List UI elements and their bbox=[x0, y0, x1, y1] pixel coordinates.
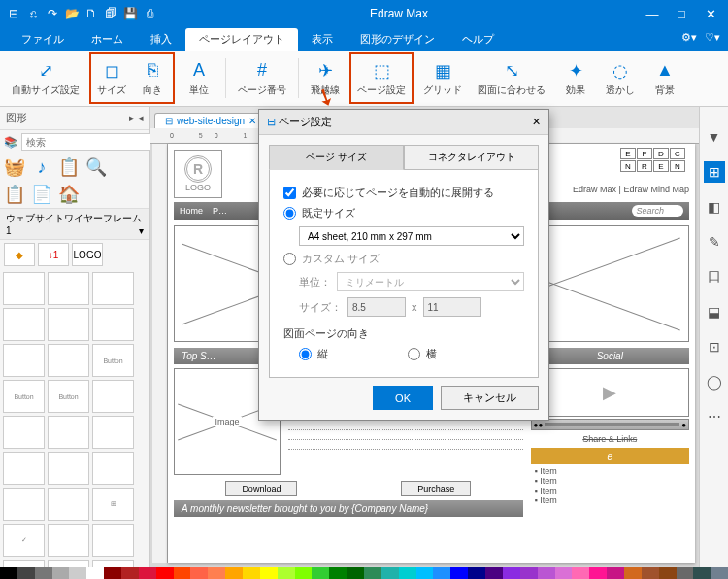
tool-zoom-icon[interactable]: 🔍 bbox=[85, 156, 107, 178]
gallery-shape[interactable] bbox=[3, 488, 45, 521]
gallery-shape[interactable]: ⊞ bbox=[92, 488, 134, 521]
tool-list-icon[interactable]: 📋 bbox=[4, 184, 25, 205]
favorite-icon[interactable]: ♡▾ bbox=[705, 31, 720, 44]
menu-file[interactable]: ファイル bbox=[8, 28, 78, 51]
color-swatch[interactable] bbox=[450, 567, 468, 579]
color-swatch[interactable] bbox=[225, 567, 243, 579]
gallery-shape[interactable]: Button bbox=[48, 380, 89, 413]
gal-diamond[interactable]: ◆ bbox=[4, 243, 35, 266]
gallery-shape[interactable]: ✓ bbox=[3, 524, 45, 557]
color-swatch[interactable] bbox=[156, 567, 174, 579]
color-swatch[interactable] bbox=[329, 567, 347, 579]
qat-copy-icon[interactable]: 🗐 bbox=[101, 7, 120, 20]
color-swatch[interactable] bbox=[35, 567, 52, 579]
rb-autosize[interactable]: ⤢自動サイズ設定 bbox=[6, 52, 85, 104]
gallery-shape[interactable] bbox=[48, 524, 89, 557]
color-swatch[interactable] bbox=[312, 567, 329, 579]
tab-connector[interactable]: コネクタレイアウト bbox=[404, 145, 539, 170]
rb-pagesetup[interactable]: ⬚ページ設定 bbox=[349, 52, 414, 104]
rb-effects[interactable]: ✦効果 bbox=[555, 52, 596, 104]
cancel-button[interactable]: キャンセル bbox=[441, 386, 539, 410]
rr-layout-icon[interactable]: ◧ bbox=[704, 196, 725, 218]
dialog-close-icon[interactable]: ✕ bbox=[532, 116, 541, 128]
gallery-shape[interactable] bbox=[92, 308, 134, 341]
color-swatch[interactable] bbox=[589, 567, 607, 579]
qat-new-icon[interactable]: 🗋 bbox=[82, 7, 101, 20]
rr-dropdown-icon[interactable]: ▼ bbox=[704, 126, 725, 148]
menu-pagelayout[interactable]: ページレイアウト bbox=[185, 28, 298, 51]
color-swatch[interactable] bbox=[208, 567, 225, 579]
gallery-shape[interactable] bbox=[3, 452, 45, 485]
gallery-shape[interactable] bbox=[48, 488, 89, 521]
gallery-shape[interactable] bbox=[48, 452, 89, 485]
color-swatch[interactable] bbox=[121, 567, 139, 579]
document-tab[interactable]: ⊟web-site-design✕ bbox=[154, 113, 267, 128]
qat-undo-icon[interactable]: ⎌ bbox=[23, 7, 43, 20]
color-swatch[interactable] bbox=[538, 567, 555, 579]
color-swatch[interactable] bbox=[295, 567, 313, 579]
color-swatch[interactable] bbox=[260, 567, 278, 579]
gallery-shape[interactable] bbox=[92, 380, 134, 413]
portrait-radio[interactable] bbox=[299, 348, 312, 360]
rr-circle-icon[interactable]: ◯ bbox=[704, 371, 725, 392]
rb-fittodrawing[interactable]: ⤡図面に合わせる bbox=[472, 52, 551, 104]
menu-view[interactable]: 表示 bbox=[298, 28, 347, 51]
rb-background[interactable]: ▲背景 bbox=[645, 52, 685, 104]
rb-pagenumber[interactable]: #ページ番号 bbox=[232, 52, 292, 104]
color-swatch[interactable] bbox=[520, 567, 538, 579]
gal-arrow[interactable]: ↓1 bbox=[38, 243, 69, 266]
gallery-shape[interactable]: ◯ bbox=[3, 560, 45, 567]
close-button[interactable]: ✕ bbox=[697, 7, 724, 21]
gallery-shape[interactable] bbox=[92, 560, 134, 567]
rb-watermark[interactable]: ◌透かし bbox=[600, 52, 641, 104]
preset-select[interactable]: A4 sheet, 210 mm x 297 mm bbox=[299, 226, 524, 246]
gallery-shape[interactable] bbox=[92, 524, 134, 557]
qat-open-icon[interactable]: 📂 bbox=[62, 7, 82, 20]
ok-button[interactable]: OK bbox=[373, 386, 433, 410]
color-swatch[interactable] bbox=[139, 567, 156, 579]
color-swatch[interactable] bbox=[468, 567, 485, 579]
color-swatch[interactable] bbox=[433, 567, 450, 579]
color-swatch[interactable] bbox=[642, 567, 659, 579]
color-swatch[interactable] bbox=[17, 567, 35, 579]
color-swatch[interactable] bbox=[364, 567, 381, 579]
rb-jumpline[interactable]: ✈飛越線 bbox=[305, 52, 346, 104]
gallery-shape[interactable] bbox=[92, 272, 134, 305]
menu-help[interactable]: ヘルプ bbox=[448, 28, 508, 51]
color-swatch[interactable] bbox=[607, 567, 624, 579]
color-swatch[interactable] bbox=[416, 567, 434, 579]
rb-unit[interactable]: A単位 bbox=[179, 52, 219, 104]
color-swatch[interactable] bbox=[677, 567, 694, 579]
gallery-shape[interactable] bbox=[92, 416, 134, 449]
gallery-shape[interactable] bbox=[3, 272, 45, 305]
custom-radio[interactable] bbox=[283, 253, 296, 265]
auto-expand-checkbox[interactable] bbox=[283, 187, 296, 199]
tab-close-icon[interactable]: ✕ bbox=[248, 116, 256, 126]
color-swatch[interactable] bbox=[693, 567, 711, 579]
tool-clipboard-icon[interactable]: 📋 bbox=[58, 156, 80, 178]
panel-toggle-icon[interactable]: ▸ ◂ bbox=[129, 112, 144, 124]
tab-pagesize[interactable]: ページ サイズ bbox=[269, 145, 404, 170]
gallery-shape[interactable] bbox=[48, 416, 89, 449]
color-swatch[interactable] bbox=[399, 567, 416, 579]
color-swatch[interactable] bbox=[572, 567, 589, 579]
color-swatch[interactable] bbox=[381, 567, 399, 579]
color-swatch[interactable] bbox=[86, 567, 104, 579]
gallery-shape[interactable]: Button bbox=[3, 380, 45, 413]
gallery-shape[interactable] bbox=[3, 344, 45, 377]
tool-basket-icon[interactable]: 🧺 bbox=[4, 156, 25, 178]
color-swatch[interactable] bbox=[69, 567, 86, 579]
library-icon[interactable]: 📚 bbox=[4, 136, 17, 149]
color-swatch[interactable] bbox=[278, 567, 295, 579]
color-swatch[interactable] bbox=[624, 567, 642, 579]
rb-orientation[interactable]: ⎘向き bbox=[132, 54, 173, 102]
color-swatch[interactable] bbox=[243, 567, 260, 579]
color-swatch[interactable] bbox=[0, 567, 17, 579]
preset-radio[interactable] bbox=[283, 207, 296, 220]
menu-insert[interactable]: 挿入 bbox=[137, 28, 185, 51]
color-swatch[interactable] bbox=[104, 567, 121, 579]
minimize-button[interactable]: — bbox=[639, 7, 666, 21]
qat-save-icon[interactable]: 💾 bbox=[120, 7, 140, 20]
color-swatch[interactable] bbox=[503, 567, 520, 579]
qat-redo-icon[interactable]: ↷ bbox=[43, 7, 62, 20]
